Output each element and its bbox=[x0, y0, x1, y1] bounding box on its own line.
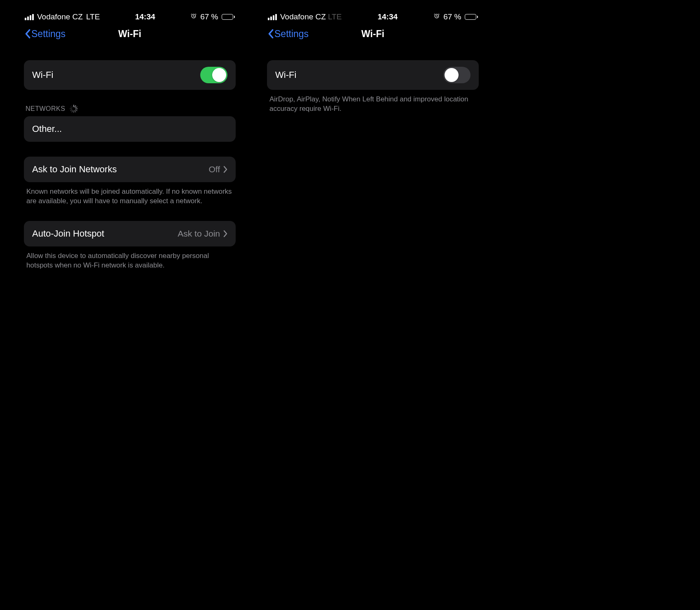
carrier-label: Vodafone CZ bbox=[37, 12, 83, 21]
wifi-off-footer: AirDrop, AirPlay, Notify When Left Behin… bbox=[267, 90, 479, 114]
carrier-label: Vodafone CZ bbox=[280, 12, 326, 21]
phone-right: Vodafone CZ LTE 14:34 67 % Settings Wi-F… bbox=[260, 8, 486, 602]
ask-detail: Off bbox=[208, 164, 227, 174]
battery-icon bbox=[465, 14, 478, 20]
wifi-toggle[interactable] bbox=[200, 67, 227, 83]
nav-title: Wi-Fi bbox=[361, 28, 384, 40]
group-networks: NETWORKS Other... bbox=[24, 105, 236, 142]
wifi-toggle[interactable] bbox=[443, 67, 471, 83]
row-wifi-label: Wi-Fi bbox=[32, 70, 53, 80]
hotspot-detail: Ask to Join bbox=[178, 229, 227, 239]
signal-icon bbox=[25, 14, 34, 20]
chevron-left-icon bbox=[25, 29, 30, 39]
group-hotspot: Auto-Join Hotspot Ask to Join Allow this… bbox=[24, 221, 236, 270]
chevron-right-icon bbox=[223, 166, 227, 173]
ask-footer: Known networks will be joined automatica… bbox=[24, 182, 236, 206]
signal-icon bbox=[268, 14, 277, 20]
chevron-left-icon bbox=[268, 29, 274, 39]
group-wifi: Wi-Fi AirDrop, AirPlay, Notify When Left… bbox=[267, 60, 479, 114]
chevron-right-icon bbox=[223, 230, 227, 237]
battery-icon bbox=[222, 14, 235, 20]
phone-left: Vodafone CZ LTE 14:34 67 % Settings Wi-F… bbox=[16, 8, 243, 602]
hotspot-label: Auto-Join Hotspot bbox=[32, 228, 104, 239]
spinner-icon bbox=[69, 105, 77, 113]
status-right: 67 % bbox=[433, 12, 478, 21]
networks-header-label: NETWORKS bbox=[26, 105, 65, 113]
group-ask: Ask to Join Networks Off Known networks … bbox=[24, 157, 236, 206]
back-button-label: Settings bbox=[31, 28, 66, 40]
status-left: Vodafone CZ LTE bbox=[268, 12, 342, 21]
row-other-label: Other... bbox=[32, 124, 62, 134]
back-button[interactable]: Settings bbox=[268, 28, 309, 40]
status-bar: Vodafone CZ LTE 14:34 67 % bbox=[260, 8, 486, 24]
data-mode-label: LTE bbox=[86, 12, 100, 21]
status-bar: Vodafone CZ LTE 14:34 67 % bbox=[16, 8, 243, 24]
row-wifi-label: Wi-Fi bbox=[275, 70, 296, 80]
row-auto-join-hotspot[interactable]: Auto-Join Hotspot Ask to Join bbox=[24, 221, 236, 246]
battery-percent-label: 67 % bbox=[200, 12, 218, 21]
section-header-networks: NETWORKS bbox=[24, 105, 236, 116]
ask-label: Ask to Join Networks bbox=[32, 164, 117, 175]
row-wifi[interactable]: Wi-Fi bbox=[267, 60, 479, 90]
status-right: 67 % bbox=[190, 12, 235, 21]
toggle-knob bbox=[212, 68, 226, 82]
toggle-knob bbox=[445, 68, 459, 82]
status-time: 14:34 bbox=[135, 12, 155, 21]
group-wifi: Wi-Fi bbox=[24, 60, 236, 90]
status-time: 14:34 bbox=[377, 12, 398, 21]
back-button[interactable]: Settings bbox=[25, 28, 66, 40]
back-button-label: Settings bbox=[274, 28, 309, 40]
hotspot-footer: Allow this device to automatically disco… bbox=[24, 246, 236, 270]
nav-title: Wi-Fi bbox=[118, 28, 141, 40]
row-wifi[interactable]: Wi-Fi bbox=[24, 60, 236, 90]
alarm-icon bbox=[190, 13, 197, 21]
nav-bar: Settings Wi-Fi bbox=[260, 24, 486, 44]
row-ask-to-join[interactable]: Ask to Join Networks Off bbox=[24, 157, 236, 182]
nav-bar: Settings Wi-Fi bbox=[16, 24, 243, 44]
hotspot-value: Ask to Join bbox=[178, 229, 220, 239]
alarm-icon bbox=[433, 13, 440, 21]
battery-percent-label: 67 % bbox=[443, 12, 461, 21]
ask-value: Off bbox=[208, 164, 220, 174]
row-other[interactable]: Other... bbox=[24, 116, 236, 142]
status-left: Vodafone CZ LTE bbox=[25, 12, 100, 21]
data-mode-faint: LTE bbox=[328, 12, 342, 21]
